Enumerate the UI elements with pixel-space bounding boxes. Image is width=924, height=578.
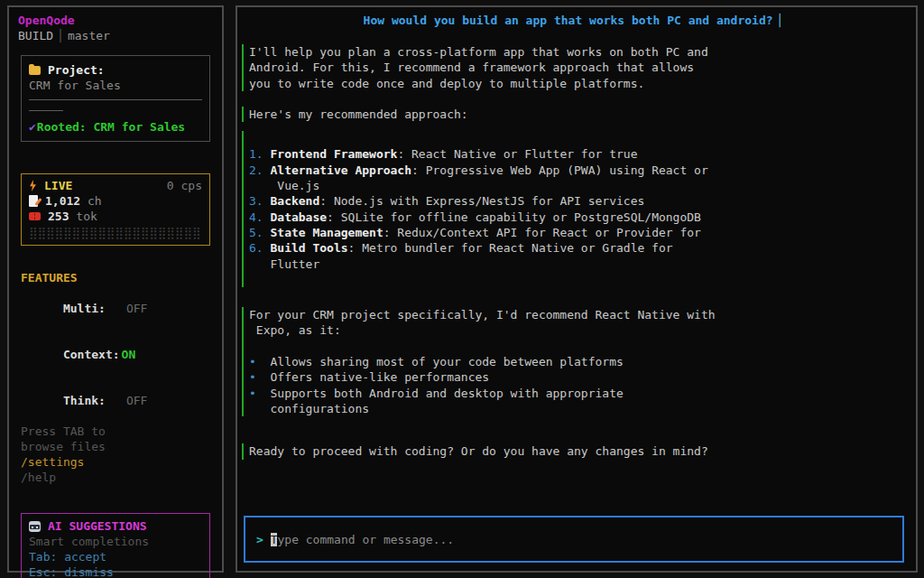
help-command: /help — [21, 470, 210, 485]
quote-bar — [242, 131, 244, 287]
features-heading: FEATURES — [21, 270, 210, 285]
esc-dismiss-hint: Esc: dismiss — [29, 564, 202, 578]
title-cursor: │ — [773, 14, 784, 27]
cps-counter: 0 cps — [167, 178, 202, 193]
git-branch: master — [68, 29, 110, 42]
chat-block: Here's my recommended approach: — [242, 107, 905, 122]
chat-panel: How would you build an app that works bo… — [236, 5, 918, 573]
feature-think: Think:OFF — [21, 378, 210, 424]
chat-block: Ready to proceed with coding? Or do you … — [242, 443, 905, 459]
activity-sparkline: ⣿⣿⣿⣿⣿⣿⣿⣿⣿⣿⣿⣿⣿⣿⣿⣿⣿⣿⣿⣿⣿⣿⣿⣿… — [29, 226, 202, 239]
project-label: Project: — [48, 62, 105, 78]
quote-bar — [242, 107, 244, 122]
ai-suggestions-title: AI SUGGESTIONS — [48, 518, 147, 534]
chat-block: 1. Frontend Framework: React Native or F… — [242, 131, 905, 287]
tab-hint-line2: browse files — [21, 439, 210, 454]
settings-command: /settings — [21, 454, 210, 470]
token-count: 253 — [48, 209, 69, 224]
quote-bar — [242, 44, 244, 91]
chat-block: I'll help you plan a cross-platform app … — [242, 44, 905, 91]
separator: │ — [53, 29, 68, 42]
think-state: OFF — [126, 394, 147, 407]
char-count: 1,012 — [45, 193, 80, 209]
ai-suggestions-box: AI SUGGESTIONS Smart completions Tab: ac… — [21, 513, 210, 578]
rooted-text: Rooted: CRM for Sales — [37, 119, 185, 135]
project-box: Project: CRM for Sales ✔ Rooted: CRM for… — [21, 55, 210, 142]
char-unit — [80, 193, 88, 209]
user-question-text: How would you build an app that works bo… — [364, 14, 773, 27]
chat-messages: I'll help you plan a cross-platform app … — [242, 28, 905, 516]
folder-icon — [29, 66, 41, 75]
user-question: How would you build an app that works bo… — [242, 13, 905, 28]
multi-state: OFF — [126, 302, 147, 315]
app-subtitle: BUILD│master — [18, 28, 213, 43]
prompt-symbol: > — [256, 533, 271, 546]
divider — [29, 99, 202, 100]
check-icon: ✔ — [29, 119, 36, 135]
input-placeholder: ype command or message... — [277, 533, 454, 546]
live-stats-box: LIVE 0 cps 1,012 ch 253 tok ⣿⣿⣿⣿⣿⣿⣿⣿⣿⣿⣿⣿… — [21, 173, 210, 246]
features-section: FEATURES Multi:OFF Context:ON Think:OFF … — [21, 270, 210, 485]
live-label: LIVE — [44, 178, 72, 193]
rooted-status: ✔ Rooted: CRM for Sales — [29, 119, 202, 135]
memo-icon — [29, 195, 38, 207]
input-cursor: T — [271, 533, 278, 546]
feature-context: Context:ON — [21, 331, 210, 378]
lightning-icon — [29, 180, 37, 191]
tab-hint-line1: Press TAB to — [21, 424, 210, 439]
app-title: OpenQode — [18, 13, 213, 28]
project-name: CRM for Sales — [29, 78, 202, 93]
command-input[interactable]: > Type command or message... — [244, 516, 904, 563]
smart-completions-label: Smart completions — [29, 534, 202, 549]
robot-icon — [29, 521, 41, 532]
feature-multi: Multi:OFF — [21, 285, 210, 331]
quote-bar — [242, 443, 244, 459]
tab-accept-hint: Tab: accept — [29, 549, 202, 564]
chat-block: For your CRM project specifically, I'd r… — [242, 307, 905, 416]
build-badge: BUILD — [18, 29, 53, 42]
divider-short — [29, 110, 63, 111]
ticket-icon — [29, 212, 41, 220]
quote-bar — [242, 307, 244, 416]
sidebar: OpenQode BUILD│master Project: CRM for S… — [7, 5, 224, 573]
context-state: ON — [122, 348, 136, 361]
